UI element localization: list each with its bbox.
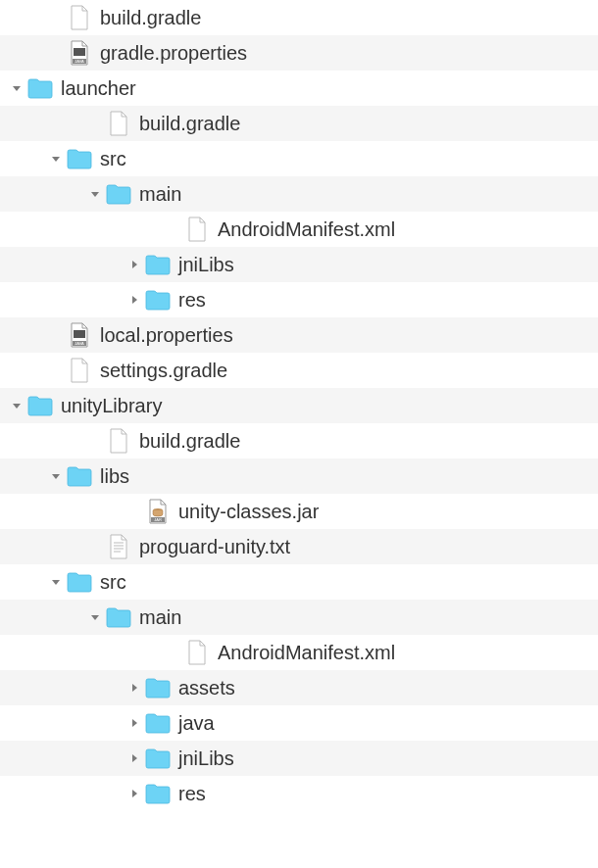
tree-row[interactable]: assets bbox=[0, 670, 598, 705]
tree-item-label: assets bbox=[178, 677, 235, 699]
tree-row[interactable]: AndroidManifest.xml bbox=[0, 212, 598, 247]
disclosure-down-icon[interactable] bbox=[47, 467, 65, 485]
folder-icon bbox=[145, 710, 171, 736]
tree-row[interactable]: res bbox=[0, 282, 598, 317]
tree-row[interactable]: src bbox=[0, 564, 598, 600]
tree-item-label: java bbox=[178, 712, 215, 735]
java-file-icon: JAVA bbox=[67, 322, 92, 348]
folder-icon bbox=[27, 393, 53, 418]
tree-item-label: settings.gradle bbox=[100, 360, 227, 382]
disclosure-down-icon[interactable] bbox=[47, 150, 65, 168]
tree-row[interactable]: build.gradle bbox=[0, 0, 598, 35]
tree-row[interactable]: AndroidManifest.xml bbox=[0, 635, 598, 670]
disclosure-right-icon[interactable] bbox=[125, 679, 143, 697]
tree-row[interactable]: unityLibrary bbox=[0, 388, 598, 423]
file-icon bbox=[67, 358, 92, 383]
folder-icon bbox=[106, 181, 131, 207]
tree-item-label: res bbox=[178, 289, 206, 312]
svg-text:JAVA: JAVA bbox=[75, 59, 84, 64]
file-icon bbox=[106, 428, 131, 454]
tree-row[interactable]: libs bbox=[0, 458, 598, 494]
folder-icon bbox=[27, 75, 53, 101]
tree-row[interactable]: proguard-unity.txt bbox=[0, 529, 598, 564]
folder-icon bbox=[145, 252, 171, 277]
tree-item-label: build.gradle bbox=[100, 7, 201, 29]
svg-rect-3 bbox=[74, 330, 85, 338]
java-file-icon: JAVA bbox=[67, 40, 92, 66]
tree-item-label: jniLibs bbox=[178, 747, 234, 770]
disclosure-down-icon[interactable] bbox=[8, 397, 25, 414]
tree-item-label: build.gradle bbox=[139, 430, 240, 453]
tree-item-label: unity-classes.jar bbox=[178, 501, 319, 523]
tree-row[interactable]: launcher bbox=[0, 71, 598, 106]
disclosure-down-icon[interactable] bbox=[86, 608, 104, 626]
tree-item-label: proguard-unity.txt bbox=[139, 536, 290, 558]
file-icon bbox=[184, 640, 210, 665]
tree-item-label: AndroidManifest.xml bbox=[218, 218, 395, 241]
tree-row[interactable]: java bbox=[0, 705, 598, 741]
disclosure-right-icon[interactable] bbox=[125, 749, 143, 767]
tree-row[interactable]: res bbox=[0, 776, 598, 811]
svg-rect-0 bbox=[74, 48, 85, 56]
tree-item-label: src bbox=[100, 571, 126, 594]
tree-item-label: build.gradle bbox=[139, 113, 240, 135]
tree-row[interactable]: JAVAlocal.properties bbox=[0, 317, 598, 353]
tree-item-label: src bbox=[100, 148, 126, 170]
tree-item-label: main bbox=[139, 606, 181, 629]
folder-icon bbox=[67, 463, 92, 489]
tree-row[interactable]: JAVAgradle.properties bbox=[0, 35, 598, 71]
tree-item-label: res bbox=[178, 783, 206, 805]
svg-text:JAR: JAR bbox=[154, 517, 162, 522]
tree-row[interactable]: jniLibs bbox=[0, 247, 598, 282]
disclosure-right-icon[interactable] bbox=[125, 785, 143, 802]
txt-icon bbox=[106, 534, 131, 559]
disclosure-down-icon[interactable] bbox=[86, 185, 104, 203]
tree-row[interactable]: build.gradle bbox=[0, 106, 598, 141]
folder-icon bbox=[145, 287, 171, 313]
disclosure-right-icon[interactable] bbox=[125, 714, 143, 732]
svg-text:JAVA: JAVA bbox=[75, 341, 84, 346]
disclosure-right-icon[interactable] bbox=[125, 291, 143, 309]
tree-item-label: local.properties bbox=[100, 324, 233, 347]
tree-row[interactable]: jniLibs bbox=[0, 741, 598, 776]
jar-icon: JAR bbox=[145, 499, 171, 524]
folder-icon bbox=[106, 604, 131, 630]
folder-icon bbox=[67, 569, 92, 595]
disclosure-down-icon[interactable] bbox=[47, 573, 65, 591]
tree-item-label: main bbox=[139, 183, 181, 206]
tree-row[interactable]: build.gradle bbox=[0, 423, 598, 458]
tree-row[interactable]: src bbox=[0, 141, 598, 176]
folder-icon bbox=[145, 781, 171, 806]
tree-row[interactable]: main bbox=[0, 176, 598, 212]
tree-item-label: launcher bbox=[61, 77, 136, 100]
tree-row[interactable]: settings.gradle bbox=[0, 353, 598, 388]
tree-item-label: unityLibrary bbox=[61, 395, 162, 417]
disclosure-down-icon[interactable] bbox=[8, 79, 25, 97]
file-icon bbox=[67, 5, 92, 30]
tree-item-label: jniLibs bbox=[178, 254, 234, 276]
file-icon bbox=[184, 217, 210, 242]
file-tree: build.gradleJAVAgradle.propertieslaunche… bbox=[0, 0, 598, 811]
folder-icon bbox=[145, 746, 171, 771]
tree-item-label: AndroidManifest.xml bbox=[218, 642, 395, 664]
folder-icon bbox=[145, 675, 171, 700]
tree-item-label: libs bbox=[100, 465, 129, 488]
tree-item-label: gradle.properties bbox=[100, 42, 247, 65]
file-icon bbox=[106, 111, 131, 136]
tree-row[interactable]: JARunity-classes.jar bbox=[0, 494, 598, 529]
disclosure-right-icon[interactable] bbox=[125, 256, 143, 273]
folder-icon bbox=[67, 146, 92, 171]
tree-row[interactable]: main bbox=[0, 600, 598, 635]
